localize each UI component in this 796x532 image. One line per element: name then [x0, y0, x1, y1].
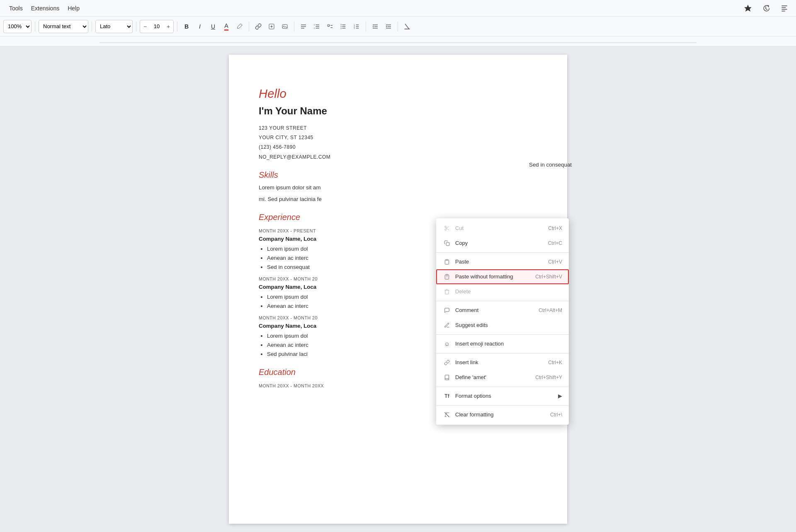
indent-less-button[interactable]: [369, 20, 381, 33]
text-color-icon: A: [224, 22, 228, 31]
font-size-container: − +: [140, 20, 174, 33]
ctx-emoji-label: Insert emoji reaction: [455, 340, 562, 348]
underline-button[interactable]: U: [207, 20, 219, 33]
toolbar-divider-5: [249, 22, 249, 31]
ctx-format-label: Format options: [455, 392, 555, 400]
svg-point-37: [445, 226, 447, 228]
clear-formatting-button[interactable]: [401, 20, 413, 33]
ctx-link-shortcut: Ctrl+K: [548, 359, 562, 366]
svg-rect-40: [446, 259, 448, 260]
bullet-list-button[interactable]: [337, 20, 349, 33]
line-spacing-button[interactable]: [311, 20, 323, 33]
align-button[interactable]: [298, 20, 309, 33]
doc-hello: Hello: [259, 85, 537, 103]
indent-more-button[interactable]: [383, 20, 394, 33]
menu-tools[interactable]: Tools: [5, 3, 27, 13]
ctx-paste-plain[interactable]: Paste without formatting Ctrl+Shift+V: [436, 269, 569, 284]
ctx-define[interactable]: Define 'amet' Ctrl+Shift+Y: [436, 370, 569, 385]
ctx-format[interactable]: Tf Format options ▶: [436, 389, 569, 404]
image-icon: [282, 23, 288, 30]
ctx-divider-4: [436, 353, 569, 353]
bullet-list-icon: [340, 23, 347, 30]
svg-point-18: [341, 24, 342, 25]
ctx-cut[interactable]: Cut Ctrl+X: [436, 221, 569, 236]
doc-address-4: NO_REPLY@EXAMPLE.COM: [259, 153, 537, 161]
doc-address-1: 123 YOUR STREET: [259, 124, 537, 132]
link-button[interactable]: [252, 20, 264, 33]
doc-side-text: Sed in consequat: [529, 162, 572, 168]
svg-text:3: 3: [354, 27, 355, 29]
menu-help[interactable]: Help: [63, 3, 84, 13]
ctx-clear-label: Clear formatting: [455, 411, 550, 419]
ctx-emoji[interactable]: ☺ Insert emoji reaction: [436, 336, 569, 351]
ctx-divider-2: [436, 301, 569, 301]
paste-plain-icon: [443, 273, 451, 281]
svg-rect-41: [446, 274, 448, 275]
doc-skills-text1: Lorem ipsum dolor sit am: [259, 184, 537, 192]
font-size-decrease[interactable]: −: [140, 20, 150, 33]
document-icon[interactable]: [778, 2, 791, 15]
ctx-define-label: Define 'amet': [455, 373, 535, 382]
ctx-paste[interactable]: Paste Ctrl+V: [436, 254, 569, 269]
arrow-right-icon: ▶: [558, 392, 562, 400]
doc-section-skills: Skills: [259, 169, 537, 181]
svg-point-19: [341, 26, 342, 27]
menu-extensions[interactable]: Extensions: [27, 3, 63, 13]
align-icon: [300, 23, 307, 30]
ctx-link-label: Insert link: [455, 358, 548, 367]
doc-name: I'm Your Name: [259, 104, 537, 118]
gemini-icon[interactable]: [741, 2, 755, 15]
ctx-clear-shortcut: Ctrl+\: [550, 411, 562, 418]
ruler: [0, 36, 796, 46]
comment-icon: [443, 306, 451, 314]
zoom-select[interactable]: 100%: [3, 20, 32, 33]
ctx-clear-format[interactable]: Clear formatting Ctrl+\: [436, 407, 569, 422]
font-size-increase[interactable]: +: [163, 20, 173, 33]
main-area: Hello I'm Your Name 123 YOUR STREET YOUR…: [0, 46, 796, 532]
history-icon[interactable]: [760, 2, 773, 15]
insert-special-button[interactable]: [266, 20, 277, 33]
define-icon: [443, 373, 451, 382]
paste-icon: [443, 258, 451, 266]
svg-rect-7: [282, 24, 287, 28]
ctx-copy[interactable]: Copy Ctrl+C: [436, 236, 569, 251]
numbered-list-button[interactable]: 1 2 3: [351, 20, 362, 33]
checklist-icon: [327, 23, 333, 30]
context-menu: Cut Ctrl+X Copy Ctrl+C: [436, 218, 569, 425]
image-button[interactable]: [279, 20, 291, 33]
ruler-inner: [100, 36, 696, 46]
highlight-button[interactable]: [234, 20, 245, 33]
ctx-divider-1: [436, 252, 569, 253]
ruler-svg: [100, 36, 696, 46]
text-color-button[interactable]: A: [221, 20, 232, 33]
svg-rect-3: [781, 10, 785, 11]
ctx-link[interactable]: Insert link Ctrl+K: [436, 355, 569, 370]
ctx-comment[interactable]: Comment Ctrl+Alt+M: [436, 303, 569, 318]
menu-bar: Tools Extensions Help: [0, 0, 796, 17]
ctx-cut-shortcut: Ctrl+X: [548, 225, 562, 232]
indent-less-icon: [372, 23, 379, 30]
ctx-divider-5: [436, 387, 569, 387]
toolbar-divider-3: [136, 22, 136, 31]
toolbar-divider-7: [366, 22, 366, 31]
ctx-suggest-label: Suggest edits: [455, 321, 562, 329]
document-page[interactable]: Hello I'm Your Name 123 YOUR STREET YOUR…: [229, 55, 567, 524]
ctx-paste-plain-shortcut: Ctrl+Shift+V: [535, 273, 562, 281]
ctx-delete[interactable]: Delete: [436, 284, 569, 299]
bold-button[interactable]: B: [181, 20, 192, 33]
doc-skills-text2: mi. Sed pulvinar lacinia fe: [259, 195, 537, 203]
toolbar-divider-6: [294, 22, 294, 31]
ctx-paste-label: Paste: [455, 258, 548, 266]
font-select[interactable]: Lato: [95, 20, 133, 33]
checklist-button[interactable]: [324, 20, 336, 33]
line-spacing-icon: [313, 23, 320, 30]
font-size-input[interactable]: [150, 23, 163, 29]
ctx-divider-6: [436, 405, 569, 406]
ctx-copy-shortcut: Ctrl+C: [548, 239, 562, 247]
ctx-suggest[interactable]: Suggest edits: [436, 318, 569, 333]
copy-icon: [443, 239, 451, 247]
svg-rect-2: [781, 9, 787, 10]
style-select[interactable]: Normal text: [39, 20, 88, 33]
italic-button[interactable]: I: [194, 20, 206, 33]
delete-icon: [443, 288, 451, 296]
